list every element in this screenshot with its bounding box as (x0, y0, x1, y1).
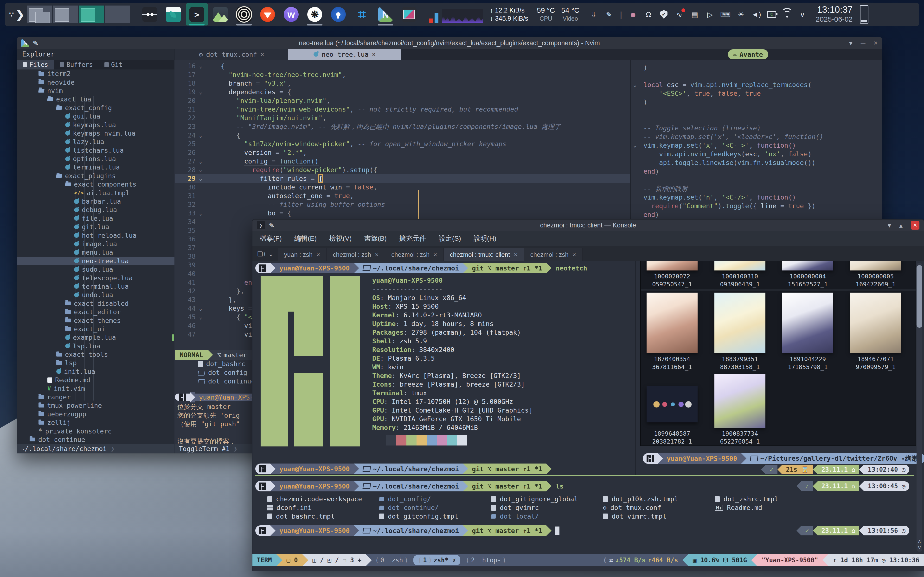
battery-icon[interactable]: ↯ (767, 10, 776, 19)
tmux-window-1[interactable]: ( 1) zsh* ✗ (414, 555, 460, 565)
nvim-titlebar[interactable]: N ✏ neo-tree.lua (~/.local/share/chezmoi… (17, 37, 882, 49)
menu-item[interactable]: 檔案(F) (260, 234, 282, 243)
clipboard-icon[interactable]: ▤ (690, 10, 699, 19)
konsole-tab[interactable]: yuan : zsh× (278, 248, 327, 261)
explorer-tab-git[interactable]: Git (99, 60, 128, 69)
network-speed-widget[interactable]: ↑ 12.2 KiB/s ↓ 345.9 KiB/s (490, 6, 528, 23)
menu-item[interactable]: 檢視(V) (329, 234, 352, 243)
download-icon[interactable]: ⇩ (589, 10, 598, 19)
konsole-titlebar[interactable]: ❯ ✏ chezmoi : tmux: client — Konsole ▾▴× (252, 219, 924, 231)
tree-item-terminal.lua[interactable]: terminal.lua (17, 282, 174, 291)
tree-item-lazy.lua[interactable]: lazy.lua (17, 137, 174, 146)
nvim-window-button-1[interactable]: ─ (861, 39, 866, 47)
sync-alert-icon[interactable]: ∿ (675, 10, 684, 19)
tree-item-terminal.lua[interactable]: terminal.lua (17, 163, 174, 171)
task-vscode[interactable]: ⌗ (351, 3, 373, 26)
close-tab-icon[interactable]: × (372, 51, 376, 58)
menu-item[interactable]: 編輯(E) (294, 234, 317, 243)
tmux-layout-buttons[interactable]: ◫ / ◰ / ❐ 3 + (308, 554, 366, 566)
konsole-tab[interactable]: chezmoi : zsh× (385, 248, 443, 261)
close-window-button[interactable]: × (911, 221, 919, 230)
tree-item-init.vim[interactable]: Vinit.vim (17, 384, 174, 393)
color-picker-icon[interactable]: ✎ (604, 10, 614, 19)
task-tweaks[interactable] (139, 3, 161, 26)
close-tab-icon[interactable]: × (375, 251, 378, 258)
recording-dot-icon[interactable]: ● (628, 10, 638, 19)
konsole-tab[interactable]: chezmoi : zsh× (524, 248, 583, 261)
new-tab-button[interactable]: ❏+ ⌄ (256, 250, 278, 261)
tree-item-file.lua[interactable]: file.lua (17, 214, 174, 222)
task-chatgpt[interactable]: ❋ (304, 3, 326, 26)
tree-item-Readme.md[interactable]: Readme.md (17, 376, 174, 384)
konsole-tab[interactable]: chezmoi : tmux: client× (444, 248, 524, 261)
tree-item-exact_config[interactable]: exact_config (17, 104, 174, 112)
tree-item-nvim[interactable]: nvim (17, 87, 174, 95)
app-launcher-icon[interactable]: ∵❯ (9, 6, 24, 23)
tab-dot_tmux.conf[interactable]: ⚙dot_tmux.conf× (175, 49, 288, 60)
virtual-desktop-1[interactable] (27, 5, 52, 23)
tree-item-exact_disabled[interactable]: exact_disabled (17, 299, 174, 308)
tmux-window-2[interactable]: ( 2 htop- ) (462, 554, 510, 566)
task-screen-recorder[interactable] (398, 3, 420, 26)
clock-widget[interactable]: 13:10:37 2025-06-02 (816, 5, 853, 24)
tree-item-neo-tree.lua[interactable]: neo-tree.lua (17, 257, 174, 265)
tree-item-hot-reload.lua[interactable]: hot-reload.lua (17, 231, 174, 239)
task-konsole[interactable]: > (186, 3, 208, 26)
tree-item-neovide[interactable]: neovide (17, 78, 174, 86)
tree-item-image.lua[interactable]: image.lua (17, 240, 174, 248)
task-password-manager[interactable] (327, 3, 349, 26)
media-play-icon[interactable]: ▷ (706, 10, 715, 19)
menu-item[interactable]: 書籤(B) (364, 234, 386, 243)
tree-item-iterm2[interactable]: iterm2 (17, 69, 174, 78)
tree-item-exact_components[interactable]: exact_components (17, 180, 174, 189)
tab-avante[interactable]: ✏ Avante (728, 49, 768, 60)
menu-item[interactable]: 說明(H) (473, 234, 496, 243)
tree-item-exact_lua[interactable]: exact_lua (17, 95, 174, 103)
nvim-window-button-2[interactable]: × (874, 39, 877, 47)
tab-neo-tree.lua[interactable]: neo-tree.lua× (288, 49, 401, 60)
tree-item-lsp[interactable]: lsp (17, 359, 174, 367)
tree-item-undo.lua[interactable]: undo.lua (17, 291, 174, 299)
explorer-tab-files[interactable]: Files (17, 60, 54, 69)
expand-tray-icon[interactable]: ∨ (798, 10, 807, 19)
tree-item-barbar.lua[interactable]: barbar.lua (17, 197, 174, 206)
close-tab-icon[interactable]: × (514, 251, 517, 258)
close-tab-icon[interactable]: × (260, 51, 264, 58)
tree-item-example.lua[interactable]: example.lua (17, 333, 174, 342)
keyboard-icon[interactable]: ⌨ (721, 10, 730, 19)
system-monitor-graphs[interactable] (429, 6, 483, 23)
tree-item-exact_tools[interactable]: exact_tools (17, 350, 174, 359)
tree-item-dot_continue[interactable]: dot_continue (17, 435, 174, 444)
tree-item-debug.lua[interactable]: debug.lua (17, 206, 174, 214)
notifications-bell-icon[interactable]: Ω (644, 10, 653, 19)
konsole-scrollbar-thumb[interactable] (916, 265, 922, 328)
konsole-scrollbar-arrows[interactable]: ∧∨ (916, 538, 922, 551)
tree-item-options.lua[interactable]: options.lua (17, 155, 174, 163)
menu-item[interactable]: 擴充元件 (399, 234, 426, 243)
tree-item-listchars.lua[interactable]: listchars.lua (17, 146, 174, 155)
tree-item-menu.lua[interactable]: menu.lua (17, 248, 174, 256)
brightness-icon[interactable]: ☀ (736, 10, 745, 19)
tree-item-init.lua[interactable]: init.lua (17, 367, 174, 376)
shield-check-icon[interactable]: ✓ (659, 10, 669, 19)
close-tab-icon[interactable]: × (433, 251, 437, 258)
virtual-desktop-4[interactable] (105, 5, 130, 23)
task-media-circles[interactable] (233, 3, 255, 26)
tree-item-exact_themes[interactable]: exact_themes (17, 316, 174, 324)
tree-item-exact_editor[interactable]: exact_editor (17, 308, 174, 316)
tree-item-ueberzugpp[interactable]: ueberzugpp (17, 410, 174, 418)
tree-item-exact_ui[interactable]: exact_ui (17, 325, 174, 333)
temperature-widget[interactable]: 59 °CCPU54 °CVideo (531, 6, 580, 23)
tree-item-telescope.lua[interactable]: telescope.lua (17, 274, 174, 282)
tree-item-tmux-powerline[interactable]: tmux-powerline (17, 401, 174, 410)
tree-item-private_konsolerc[interactable]: *private_konsolerc (17, 427, 174, 435)
close-tab-icon[interactable]: × (572, 251, 576, 258)
tmux-terminal[interactable]: yuan@Yuan-XPS-9500~/.local/share/chezmoi… (252, 261, 924, 554)
task-brave[interactable] (257, 3, 279, 26)
task-neovim[interactable]: N (375, 3, 397, 26)
tree-item-ranger[interactable]: ranger (17, 393, 174, 401)
wifi-icon[interactable] (782, 10, 792, 19)
task-chat-w[interactable]: w (280, 3, 302, 26)
menu-item[interactable]: 設定(S) (439, 234, 461, 243)
tree-item-exact_plugins[interactable]: exact_plugins (17, 172, 174, 180)
